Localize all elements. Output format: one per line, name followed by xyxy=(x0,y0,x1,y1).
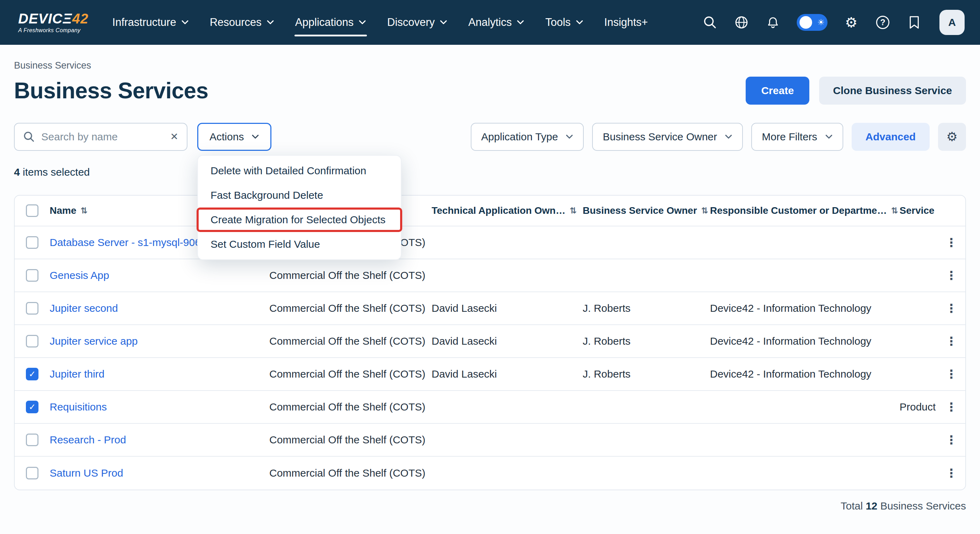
row-checkbox-cell xyxy=(15,269,50,282)
nav-item-applications[interactable]: Applications xyxy=(295,0,366,45)
kebab-menu-icon[interactable]: ⋮ xyxy=(945,434,957,446)
table-row: Jupiter service appCommercial Off the Sh… xyxy=(15,325,965,358)
table-row: Jupiter secondCommercial Off the Shelf (… xyxy=(15,292,965,325)
column-header-technical-application-own[interactable]: Technical Application Own…⇅ xyxy=(431,205,583,216)
column-header-responsible-customer-or-departme[interactable]: Responsible Customer or Departme…⇅ xyxy=(710,205,900,216)
search-input[interactable] xyxy=(41,131,164,143)
sort-icon[interactable]: ⇅ xyxy=(891,206,898,215)
menu-item-fast-background-delete[interactable]: Fast Background Delete xyxy=(198,183,401,207)
page-title: Business Services xyxy=(14,78,208,104)
filter-row: ✕ Actions Application Type Business Serv… xyxy=(14,123,966,151)
user-avatar[interactable]: A xyxy=(939,10,965,35)
menu-item-delete-with-detailed-confirmation[interactable]: Delete with Detailed Confirmation xyxy=(198,158,401,183)
sort-icon[interactable]: ⇅ xyxy=(80,206,88,215)
kebab-menu-icon[interactable]: ⋮ xyxy=(945,335,957,347)
row-checkbox[interactable] xyxy=(26,335,38,347)
create-button[interactable]: Create xyxy=(746,77,809,105)
kebab-menu-icon[interactable]: ⋮ xyxy=(945,368,957,380)
gear-icon: ⚙ xyxy=(947,131,958,143)
name-cell: Jupiter second xyxy=(50,302,269,314)
nav-item-discovery[interactable]: Discovery xyxy=(387,0,447,45)
business-service-link[interactable]: Saturn US Prod xyxy=(50,467,123,479)
row-actions-cell: ⋮ xyxy=(937,335,965,347)
business-service-link[interactable]: Requisitions xyxy=(50,401,107,413)
business-service-link[interactable]: Database Server - s1-mysql-9062.d xyxy=(50,237,215,249)
toggle-knob xyxy=(800,16,812,29)
row-checkbox[interactable] xyxy=(26,467,38,480)
bookmark-icon[interactable] xyxy=(907,15,922,30)
kebab-menu-icon[interactable]: ⋮ xyxy=(945,269,957,281)
nav-item-resources[interactable]: Resources xyxy=(210,0,274,45)
kebab-menu-icon[interactable]: ⋮ xyxy=(945,302,957,314)
application-type-cell: Commercial Off the Shelf (COTS) xyxy=(269,302,431,314)
menu-item-set-custom-field-value[interactable]: Set Custom Field Value xyxy=(198,232,401,257)
header-checkbox-cell xyxy=(15,204,50,217)
chevron-down-icon xyxy=(725,134,732,139)
name-cell: Requisitions xyxy=(50,401,269,413)
chevron-down-icon xyxy=(251,134,259,139)
business-service-link[interactable]: Genesis App xyxy=(50,269,109,281)
search-icon[interactable] xyxy=(702,15,718,30)
chevron-down-icon xyxy=(566,134,573,139)
column-header-service[interactable]: Service xyxy=(900,205,937,216)
chevron-down-icon xyxy=(825,134,833,139)
business-service-link[interactable]: Research - Prod xyxy=(50,434,126,446)
responsible-cell: Device42 - Information Technology xyxy=(710,302,900,314)
row-checkbox[interactable] xyxy=(26,302,38,315)
device42-logo[interactable]: DEVICΞ42 A Freshworks Company xyxy=(18,11,89,33)
settings-gear-icon[interactable]: ⚙ xyxy=(843,15,859,30)
chevron-down-icon xyxy=(267,20,274,25)
application-type-cell: Commercial Off the Shelf (COTS) xyxy=(269,269,431,281)
kebab-menu-icon[interactable]: ⋮ xyxy=(945,401,957,413)
row-checkbox-cell xyxy=(15,434,50,446)
total-count: Total 12 Business Services xyxy=(14,500,966,512)
business-service-link[interactable]: Jupiter second xyxy=(50,302,118,314)
advanced-button[interactable]: Advanced xyxy=(852,123,930,151)
chevron-down-icon xyxy=(576,20,583,25)
chevron-down-icon xyxy=(358,20,366,25)
kebab-menu-icon[interactable]: ⋮ xyxy=(945,467,957,479)
row-checkbox[interactable]: ✓ xyxy=(26,401,38,413)
chevron-down-icon xyxy=(517,20,524,25)
row-checkbox[interactable]: ✓ xyxy=(26,368,38,380)
row-actions-cell: ⋮ xyxy=(937,401,965,413)
theme-toggle[interactable]: ☀ xyxy=(797,14,827,31)
business-service-owner-filter[interactable]: Business Service Owner xyxy=(592,123,743,151)
business-service-link[interactable]: Jupiter third xyxy=(50,368,105,380)
breadcrumb[interactable]: Business Services xyxy=(14,60,966,71)
responsible-cell: Device42 - Information Technology xyxy=(710,335,900,347)
row-checkbox[interactable] xyxy=(26,434,38,446)
table-row: Saturn US ProdCommercial Off the Shelf (… xyxy=(15,457,965,489)
globe-icon[interactable] xyxy=(734,15,749,30)
actions-dropdown[interactable]: Actions xyxy=(197,123,271,151)
business-service-link[interactable]: Jupiter service app xyxy=(50,335,138,347)
select-all-checkbox[interactable] xyxy=(26,204,38,217)
sort-icon[interactable]: ⇅ xyxy=(701,206,708,215)
nav-item-infrastructure[interactable]: Infrastructure xyxy=(112,0,189,45)
application-type-filter[interactable]: Application Type xyxy=(471,123,584,151)
row-actions-cell: ⋮ xyxy=(937,434,965,446)
actions-label: Actions xyxy=(210,131,244,143)
name-cell: Genesis App xyxy=(50,269,269,281)
menu-item-create-migration-for-selected-objects[interactable]: Create Migration for Selected Objects xyxy=(197,207,402,232)
nav-item-tools[interactable]: Tools xyxy=(545,0,583,45)
more-filters-dropdown[interactable]: More Filters xyxy=(751,123,843,151)
table-settings-button[interactable]: ⚙ xyxy=(938,123,966,151)
nav-item-insights[interactable]: Insights+ xyxy=(605,0,648,45)
business-service-owner-cell: J. Roberts xyxy=(583,368,710,380)
kebab-menu-icon[interactable]: ⋮ xyxy=(945,237,957,249)
nav-item-analytics[interactable]: Analytics xyxy=(468,0,524,45)
table-row: ✓RequisitionsCommercial Off the Shelf (C… xyxy=(15,391,965,424)
row-checkbox[interactable] xyxy=(26,236,38,249)
row-checkbox[interactable] xyxy=(26,269,38,282)
filters-right: Application Type Business Service Owner … xyxy=(471,123,966,151)
help-icon[interactable]: ? xyxy=(875,15,891,30)
table-row: Research - ProdCommercial Off the Shelf … xyxy=(15,424,965,457)
page-content: Business Services Business Services Crea… xyxy=(0,60,980,512)
search-by-name-box: ✕ xyxy=(14,123,188,151)
clear-search-icon[interactable]: ✕ xyxy=(170,132,178,142)
sort-icon[interactable]: ⇅ xyxy=(570,206,577,215)
bell-icon[interactable] xyxy=(765,15,781,30)
clone-business-service-button[interactable]: Clone Business Service xyxy=(819,77,966,105)
column-header-business-service-owner[interactable]: Business Service Owner⇅ xyxy=(583,205,710,216)
